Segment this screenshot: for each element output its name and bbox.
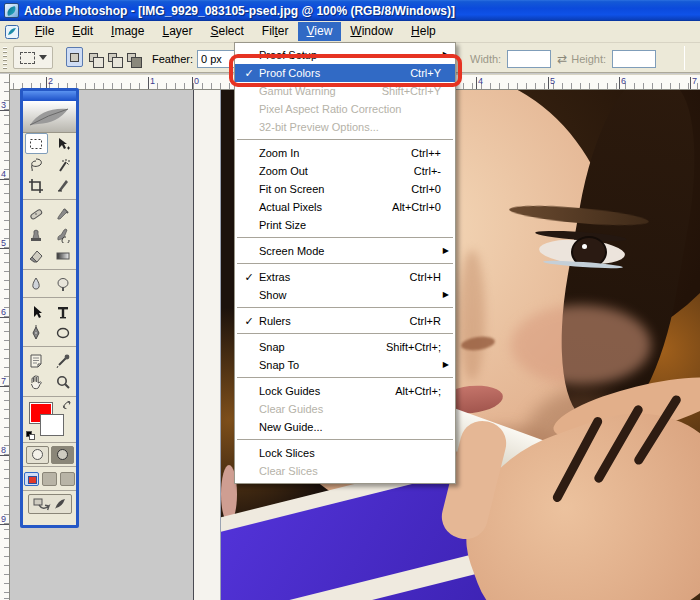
- menu-select[interactable]: Select: [201, 22, 252, 41]
- tool-notes[interactable]: [23, 350, 50, 371]
- edit-in-imageready-button[interactable]: [28, 494, 72, 514]
- tool-lasso[interactable]: [23, 154, 50, 175]
- menu-filter[interactable]: Filter: [253, 22, 298, 41]
- menu-item-lock-slices[interactable]: Lock Slices: [235, 444, 455, 462]
- tool-shape[interactable]: [50, 322, 77, 343]
- menu-item-screen-mode[interactable]: Screen Mode▶: [235, 242, 455, 260]
- menu-item-shortcut: Shift+Ctrl+;: [386, 338, 441, 356]
- menu-item-print-size[interactable]: Print Size: [235, 216, 455, 234]
- menu-item-label: Extras: [259, 268, 410, 286]
- quick-mask-mode-button[interactable]: [51, 446, 74, 464]
- tool-hand[interactable]: [23, 371, 50, 392]
- tool-gradient[interactable]: [50, 245, 77, 266]
- menu-item-zoom-in[interactable]: Zoom InCtrl++: [235, 144, 455, 162]
- ruler-tick: [476, 77, 477, 89]
- fullscreen-mode-button[interactable]: [60, 472, 75, 486]
- menu-edit[interactable]: Edit: [63, 22, 102, 41]
- intersect-selection-button[interactable]: [123, 47, 140, 67]
- width-height-controls: Width: ⇄ Height:: [470, 50, 656, 68]
- height-input[interactable]: [612, 50, 656, 68]
- menu-image[interactable]: Image: [102, 22, 153, 41]
- tool-type[interactable]: [50, 301, 77, 322]
- color-swatches: [23, 396, 76, 442]
- tool-path-selection[interactable]: [23, 301, 50, 322]
- swap-colors-icon[interactable]: [62, 400, 73, 411]
- new-selection-icon: [70, 53, 79, 62]
- tool-eraser[interactable]: [23, 245, 50, 266]
- subtract-from-selection-icon: [108, 53, 117, 62]
- document-icon: [5, 25, 19, 39]
- standard-screen-mode-button[interactable]: [24, 472, 39, 486]
- menu-item-new-guide[interactable]: New Guide...: [235, 418, 455, 436]
- width-input[interactable]: [507, 50, 551, 68]
- menu-item-lock-guides[interactable]: Lock GuidesAlt+Ctrl+;: [235, 382, 455, 400]
- tool-crop[interactable]: [23, 175, 50, 196]
- menu-item-label: 32-bit Preview Options...: [259, 118, 449, 136]
- subtract-from-selection-button[interactable]: [104, 47, 121, 67]
- standard-mode-button[interactable]: [26, 446, 49, 464]
- menu-bar-items: FileEditImageLayerSelectFilterViewWindow…: [26, 22, 445, 41]
- menu-item-actual-pixels[interactable]: Actual PixelsAlt+Ctrl+0: [235, 198, 455, 216]
- ruler-tick: [0, 317, 9, 318]
- menu-item-zoom-out[interactable]: Zoom OutCtrl+-: [235, 162, 455, 180]
- tool-preset-button[interactable]: [13, 46, 53, 69]
- menu-item-label: Print Size: [259, 216, 449, 234]
- tool-dodge[interactable]: [50, 273, 77, 294]
- tool-zoom[interactable]: [50, 371, 77, 392]
- fullscreen-with-menu-button[interactable]: [42, 472, 57, 486]
- ruler-tick: [192, 77, 193, 89]
- tool-history-brush[interactable]: [50, 224, 77, 245]
- imageready-feather-icon: [53, 497, 67, 511]
- menu-item-shortcut: Ctrl+Y: [410, 64, 441, 82]
- tool-slice[interactable]: [50, 175, 77, 196]
- menu-item-clear-guides: Clear Guides: [235, 400, 455, 418]
- menu-item-label: Lock Slices: [259, 444, 449, 462]
- menu-layer[interactable]: Layer: [153, 22, 201, 41]
- ruler-number: 4: [478, 76, 483, 86]
- ruler-number: 2: [48, 76, 53, 86]
- default-colors-icon[interactable]: [26, 431, 36, 440]
- ruler-number: 6: [1, 307, 6, 317]
- vertical-ruler[interactable]: 3456789: [0, 74, 10, 600]
- tool-clone-stamp[interactable]: [23, 224, 50, 245]
- tool-blur[interactable]: [23, 273, 50, 294]
- menu-item-snap[interactable]: SnapShift+Ctrl+;: [235, 338, 455, 356]
- tool-brush[interactable]: [50, 203, 77, 224]
- menu-item-label: Gamut Warning: [259, 82, 382, 100]
- ruler-number: 5: [550, 76, 555, 86]
- menu-item-proof-colors[interactable]: ✓Proof ColorsCtrl+Y: [235, 64, 455, 82]
- menu-bar: FileEditImageLayerSelectFilterViewWindow…: [0, 21, 700, 43]
- tool-move[interactable]: [50, 133, 77, 154]
- menu-item-shortcut: Ctrl+H: [410, 268, 441, 286]
- swap-dimensions-icon[interactable]: ⇄: [557, 52, 565, 66]
- chevron-down-icon: [39, 55, 47, 60]
- menu-item-label: Show: [259, 286, 441, 304]
- menu-item-proof-setup[interactable]: Proof Setup▶: [235, 46, 455, 64]
- menu-item-shortcut: Shift+Ctrl+Y: [382, 82, 441, 100]
- menu-help[interactable]: Help: [402, 22, 445, 41]
- tool-healing-brush[interactable]: [23, 203, 50, 224]
- jump-arrow-icon: [33, 497, 51, 511]
- tool-eyedropper[interactable]: [50, 350, 77, 371]
- ruler-number: 3: [1, 100, 6, 110]
- ruler-tick: [0, 179, 9, 180]
- add-to-selection-button[interactable]: [85, 47, 102, 67]
- tool-magic-wand[interactable]: [50, 154, 77, 175]
- background-color-swatch[interactable]: [40, 414, 64, 436]
- toolbox-title-bar[interactable]: [23, 91, 76, 101]
- menu-view[interactable]: View: [298, 22, 342, 41]
- menu-item-label: Clear Slices: [259, 462, 449, 480]
- tool-rectangular-marquee[interactable]: [25, 133, 48, 154]
- menu-item-extras[interactable]: ✓ExtrasCtrl+H: [235, 268, 455, 286]
- tool-pen[interactable]: [23, 322, 50, 343]
- options-bar-grip[interactable]: [3, 47, 7, 69]
- options-bar-separator: [684, 46, 685, 70]
- menu-item-label: Zoom Out: [259, 162, 414, 180]
- menu-item-show[interactable]: Show▶: [235, 286, 455, 304]
- menu-item-rulers[interactable]: ✓RulersCtrl+R: [235, 312, 455, 330]
- menu-item-snap-to[interactable]: Snap To▶: [235, 356, 455, 374]
- menu-file[interactable]: File: [26, 22, 63, 41]
- menu-item-fit-on-screen[interactable]: Fit on ScreenCtrl+0: [235, 180, 455, 198]
- new-selection-button[interactable]: [66, 47, 83, 67]
- menu-window[interactable]: Window: [341, 22, 402, 41]
